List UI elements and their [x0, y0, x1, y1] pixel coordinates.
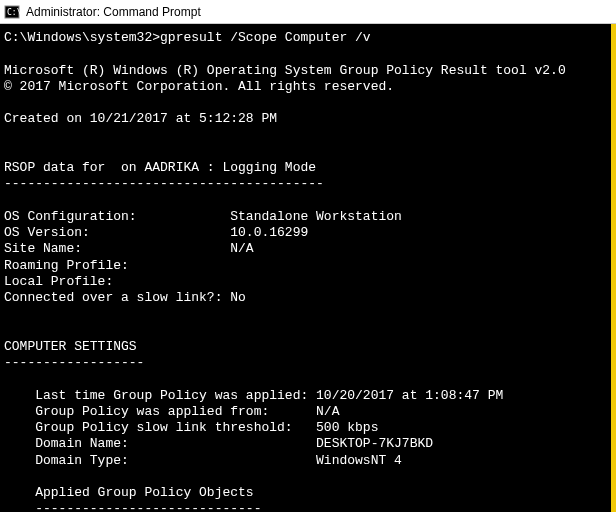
created-on: Created on ‎10/‎21/‎2017 at 5:12:28 PM — [4, 111, 277, 126]
site-name: Site Name: N/A — [4, 241, 254, 256]
computer-settings-header: COMPUTER SETTINGS — [4, 339, 137, 354]
cmd-icon: C:\ — [4, 4, 20, 20]
tool-header-2: © 2017 Microsoft Corporation. All rights… — [4, 79, 394, 94]
gp-last-applied: Last time Group Policy was applied: 10/2… — [4, 388, 503, 403]
terminal-output[interactable]: C:\Windows\system32>gpresult /Scope Comp… — [0, 24, 616, 512]
rsop-line: RSOP data for on AADRIKA : Logging Mode — [4, 160, 316, 175]
roaming-profile: Roaming Profile: — [4, 258, 129, 273]
os-version: OS Version: 10.0.16299 — [4, 225, 308, 240]
applied-gpo-header: Applied Group Policy Objects — [4, 485, 254, 500]
computer-settings-dashes: ------------------ — [4, 355, 144, 370]
prompt-command: gpresult /Scope Computer /v — [160, 30, 371, 45]
window-title: Administrator: Command Prompt — [26, 5, 201, 19]
tool-header-1: Microsoft (R) Windows (R) Operating Syst… — [4, 63, 566, 78]
gp-domain-name: Domain Name: DESKTOP-7KJ7BKD — [4, 436, 433, 451]
titlebar[interactable]: C:\ Administrator: Command Prompt — [0, 0, 616, 24]
svg-text:C:\: C:\ — [7, 8, 20, 17]
gp-applied-from: Group Policy was applied from: N/A — [4, 404, 339, 419]
gp-domain-type: Domain Type: WindowsNT 4 — [4, 453, 402, 468]
os-configuration: OS Configuration: Standalone Workstation — [4, 209, 402, 224]
local-profile: Local Profile: — [4, 274, 113, 289]
prompt-path: C:\Windows\system32> — [4, 30, 160, 45]
applied-gpo-dashes: ----------------------------- — [4, 501, 261, 512]
slow-link: Connected over a slow link?: No — [4, 290, 246, 305]
gp-threshold: Group Policy slow link threshold: 500 kb… — [4, 420, 378, 435]
rsop-dashes: ----------------------------------------… — [4, 176, 324, 191]
